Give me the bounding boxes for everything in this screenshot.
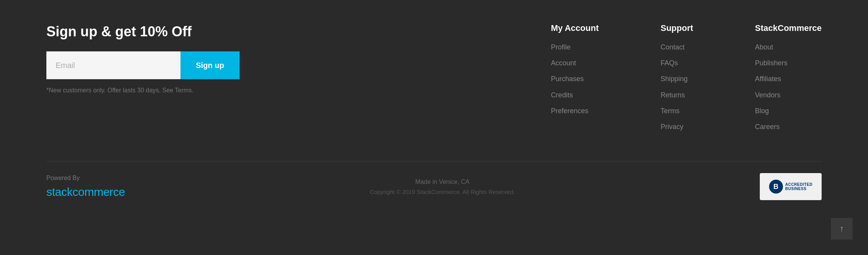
bbb-business-text: BUSINESS	[785, 187, 813, 191]
nav-link-vendors[interactable]: Vendors	[755, 90, 822, 100]
support-column: Support Contact FAQs Shipping Returns Te…	[660, 23, 693, 138]
nav-link-careers[interactable]: Careers	[755, 122, 822, 132]
nav-link-terms[interactable]: Terms	[660, 106, 693, 116]
nav-link-affiliates[interactable]: Affiliates	[755, 74, 822, 84]
signup-title: Sign up & get 10% Off	[46, 23, 240, 40]
nav-link-profile[interactable]: Profile	[551, 42, 599, 52]
footer-center: Made in Venice, CA Copyright © 2019 Stac…	[370, 178, 515, 195]
copyright-text: Copyright © 2019 StackCommerce. All Righ…	[370, 189, 515, 195]
bbb-logo: B ACCREDITED BUSINESS	[769, 180, 813, 194]
nav-link-contact[interactable]: Contact	[660, 42, 693, 52]
made-in-text: Made in Venice, CA	[370, 178, 515, 185]
signup-button[interactable]: Sign up	[180, 51, 240, 79]
nav-link-credits[interactable]: Credits	[551, 90, 599, 100]
stackcommerce-heading: StackCommerce	[755, 23, 822, 33]
bbb-circle-icon: B	[769, 180, 783, 194]
footer-top: Sign up & get 10% Off Sign up *New custo…	[46, 23, 822, 138]
footer: Sign up & get 10% Off Sign up *New custo…	[0, 0, 868, 216]
nav-link-account[interactable]: Account	[551, 58, 599, 68]
bbb-inner: B ACCREDITED BUSINESS	[766, 177, 816, 197]
bbb-text-area: ACCREDITED BUSINESS	[785, 182, 813, 191]
nav-link-shipping[interactable]: Shipping	[660, 74, 693, 84]
nav-link-returns[interactable]: Returns	[660, 90, 693, 100]
bbb-badge: B ACCREDITED BUSINESS	[760, 173, 822, 200]
stackcommerce-logo: stackcommerce	[46, 185, 125, 199]
stackcommerce-column: StackCommerce About Publishers Affiliate…	[755, 23, 822, 138]
footer-nav: My Account Profile Account Purchases Cre…	[551, 23, 822, 138]
nav-link-about[interactable]: About	[755, 42, 822, 52]
my-account-heading: My Account	[551, 23, 599, 33]
nav-link-blog[interactable]: Blog	[755, 106, 822, 116]
nav-link-privacy[interactable]: Privacy	[660, 122, 693, 132]
signup-note: *New customers only. Offer lasts 30 days…	[46, 87, 240, 94]
footer-bottom: Powered By stackcommerce Made in Venice,…	[46, 161, 822, 200]
powered-by-section: Powered By stackcommerce	[46, 175, 125, 199]
nav-link-faqs[interactable]: FAQs	[660, 58, 693, 68]
nav-link-purchases[interactable]: Purchases	[551, 74, 599, 84]
powered-by-text: Powered By	[46, 175, 125, 182]
my-account-column: My Account Profile Account Purchases Cre…	[551, 23, 599, 138]
bbb-accredited-text: ACCREDITED	[785, 182, 813, 187]
signup-section: Sign up & get 10% Off Sign up *New custo…	[46, 23, 240, 94]
email-input[interactable]	[46, 51, 180, 79]
signup-form: Sign up	[46, 51, 240, 79]
nav-link-preferences[interactable]: Preferences	[551, 106, 599, 116]
scroll-top-button[interactable]: ↑	[831, 218, 853, 240]
support-heading: Support	[660, 23, 693, 33]
nav-link-publishers[interactable]: Publishers	[755, 58, 822, 68]
